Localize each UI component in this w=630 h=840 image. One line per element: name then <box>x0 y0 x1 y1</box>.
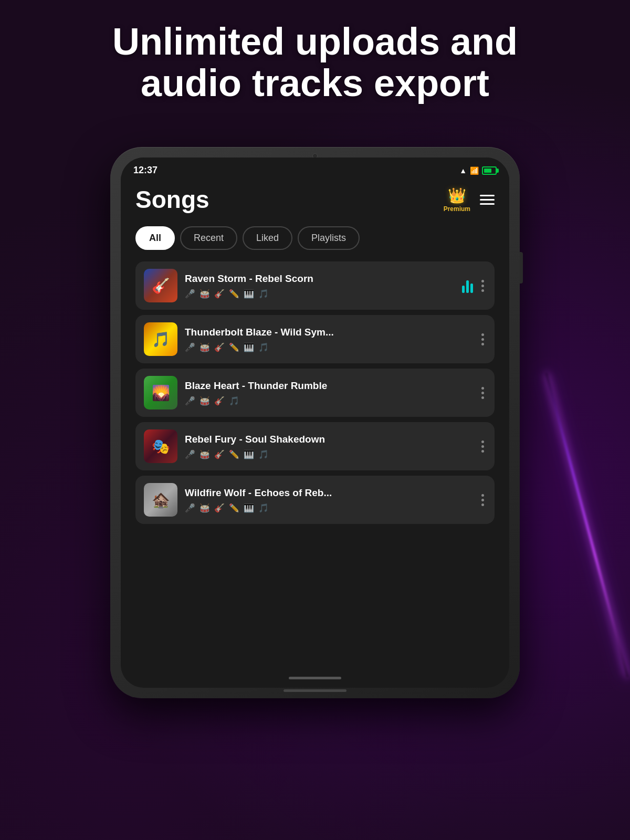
dot-2 <box>481 499 484 501</box>
song-title: Raven Storm - Rebel Scorn <box>185 273 455 285</box>
song-track-icons: 🎤 🥁 🎸 ✏️ 🎹 🎵 <box>185 342 472 352</box>
hamburger-menu-button[interactable] <box>480 195 495 205</box>
more-options-button[interactable] <box>479 331 486 348</box>
song-artwork: 🎵 <box>144 322 177 356</box>
dot-3 <box>481 289 484 292</box>
pencil-icon: ✏️ <box>229 289 239 299</box>
song-list: 🎸 Raven Storm - Rebel Scorn 🎤 🥁 🎸 ✏️ 🎹 🎵 <box>135 261 495 524</box>
artwork-emoji: 🏚️ <box>144 483 177 517</box>
artwork-emoji: 🎸 <box>144 269 177 302</box>
song-info: Raven Storm - Rebel Scorn 🎤 🥁 🎸 ✏️ 🎹 🎵 <box>185 273 455 299</box>
song-item[interactable]: 🏚️ Wildfire Wolf - Echoes of Reb... 🎤 🥁 … <box>135 476 495 524</box>
filter-tab-liked[interactable]: Liked <box>243 226 292 250</box>
song-actions <box>479 385 486 401</box>
filter-tabs: All Recent Liked Playlists <box>135 226 495 250</box>
song-artwork: 🌄 <box>144 376 177 410</box>
song-artwork: 🎭 <box>144 429 177 463</box>
menu-line-3 <box>480 203 495 205</box>
dot-1 <box>481 333 484 336</box>
pencil-icon: ✏️ <box>229 342 239 352</box>
dot-2 <box>481 338 484 341</box>
premium-label: Premium <box>444 205 470 213</box>
dot-1 <box>481 440 484 443</box>
crown-icon: 👑 <box>448 187 466 204</box>
guitar-icon: 🎸 <box>214 449 225 459</box>
headline-text: Unlimited uploads and audio tracks expor… <box>32 21 598 104</box>
dot-1 <box>481 387 484 390</box>
dot-3 <box>481 396 484 399</box>
guitar-icon: 🎸 <box>214 396 225 406</box>
song-title: Thunderbolt Blaze - Wild Sym... <box>185 327 472 338</box>
more-options-button[interactable] <box>479 278 486 294</box>
piano-icon: 🎹 <box>244 503 254 513</box>
song-item[interactable]: 🎵 Thunderbolt Blaze - Wild Sym... 🎤 🥁 🎸 … <box>135 315 495 363</box>
song-actions <box>479 438 486 455</box>
guitar-icon: 🎸 <box>214 289 225 299</box>
signal-icon: ▲ <box>459 166 467 175</box>
song-track-icons: 🎤 🥁 🎸 ✏️ 🎹 🎵 <box>185 289 455 299</box>
drums-icon: 🥁 <box>200 503 210 513</box>
menu-line-2 <box>480 199 495 201</box>
song-track-icons: 🎤 🥁 🎸 🎵 <box>185 396 472 406</box>
notes-icon: 🎵 <box>258 342 269 352</box>
notes-icon: 🎵 <box>258 449 269 459</box>
song-title: Rebel Fury - Soul Shakedown <box>185 434 472 445</box>
mic-icon: 🎤 <box>185 449 195 459</box>
dot-3 <box>481 343 484 345</box>
notes-icon: 🎵 <box>258 289 269 299</box>
app-header: Songs 👑 Premium <box>135 185 495 214</box>
song-artwork: 🏚️ <box>144 483 177 517</box>
artwork-emoji: 🌄 <box>144 376 177 410</box>
guitar-icon: 🎸 <box>214 342 225 352</box>
song-actions <box>462 278 486 294</box>
pencil-icon: ✏️ <box>229 503 239 513</box>
drums-icon: 🥁 <box>200 289 210 299</box>
eq-bar-1 <box>462 286 465 293</box>
tablet-frame: 12:37 ▲ 📶 Songs 👑 Prem <box>110 147 520 698</box>
dot-1 <box>481 494 484 497</box>
song-info: Thunderbolt Blaze - Wild Sym... 🎤 🥁 🎸 ✏️… <box>185 327 472 352</box>
notes-icon: 🎵 <box>229 396 239 406</box>
mic-icon: 🎤 <box>185 396 195 406</box>
menu-line-1 <box>480 195 495 196</box>
song-info: Wildfire Wolf - Echoes of Reb... 🎤 🥁 🎸 ✏… <box>185 487 472 513</box>
filter-tab-playlists[interactable]: Playlists <box>298 226 360 250</box>
eq-bar-3 <box>470 284 473 293</box>
artwork-emoji: 🎵 <box>144 322 177 356</box>
mic-icon: 🎤 <box>185 342 195 352</box>
app-title: Songs <box>135 185 209 214</box>
song-item[interactable]: 🎸 Raven Storm - Rebel Scorn 🎤 🥁 🎸 ✏️ 🎹 🎵 <box>135 261 495 310</box>
song-item[interactable]: 🎭 Rebel Fury - Soul Shakedown 🎤 🥁 🎸 ✏️ 🎹… <box>135 422 495 470</box>
song-title: Wildfire Wolf - Echoes of Reb... <box>185 487 472 499</box>
mic-icon: 🎤 <box>185 503 195 513</box>
song-actions <box>479 331 486 348</box>
song-actions <box>479 492 486 508</box>
premium-badge[interactable]: 👑 Premium <box>444 187 470 213</box>
dot-2 <box>481 285 484 287</box>
bottom-home-indicator <box>289 677 341 679</box>
song-info: Rebel Fury - Soul Shakedown 🎤 🥁 🎸 ✏️ 🎹 🎵 <box>185 434 472 459</box>
song-track-icons: 🎤 🥁 🎸 ✏️ 🎹 🎵 <box>185 503 472 513</box>
more-options-button[interactable] <box>479 492 486 508</box>
app-content: Songs 👑 Premium <box>121 180 509 534</box>
mic-icon: 🎤 <box>185 289 195 299</box>
tablet-screen: 12:37 ▲ 📶 Songs 👑 Prem <box>121 158 509 688</box>
song-info: Blaze Heart - Thunder Rumble 🎤 🥁 🎸 🎵 <box>185 380 472 406</box>
notes-icon: 🎵 <box>258 503 269 513</box>
piano-icon: 🎹 <box>244 449 254 459</box>
filter-tab-recent[interactable]: Recent <box>180 226 237 250</box>
song-item[interactable]: 🌄 Blaze Heart - Thunder Rumble 🎤 🥁 🎸 🎵 <box>135 369 495 417</box>
more-options-button[interactable] <box>479 438 486 455</box>
drums-icon: 🥁 <box>200 342 210 352</box>
dot-1 <box>481 280 484 282</box>
pencil-icon: ✏️ <box>229 449 239 459</box>
song-artwork: 🎸 <box>144 269 177 302</box>
dot-3 <box>481 503 484 506</box>
filter-tab-all[interactable]: All <box>135 226 175 250</box>
header-actions: 👑 Premium <box>444 187 495 213</box>
more-options-button[interactable] <box>479 385 486 401</box>
song-track-icons: 🎤 🥁 🎸 ✏️ 🎹 🎵 <box>185 449 472 459</box>
tablet-device: 12:37 ▲ 📶 Songs 👑 Prem <box>110 147 520 698</box>
dot-2 <box>481 445 484 448</box>
eq-bar-2 <box>466 280 469 293</box>
